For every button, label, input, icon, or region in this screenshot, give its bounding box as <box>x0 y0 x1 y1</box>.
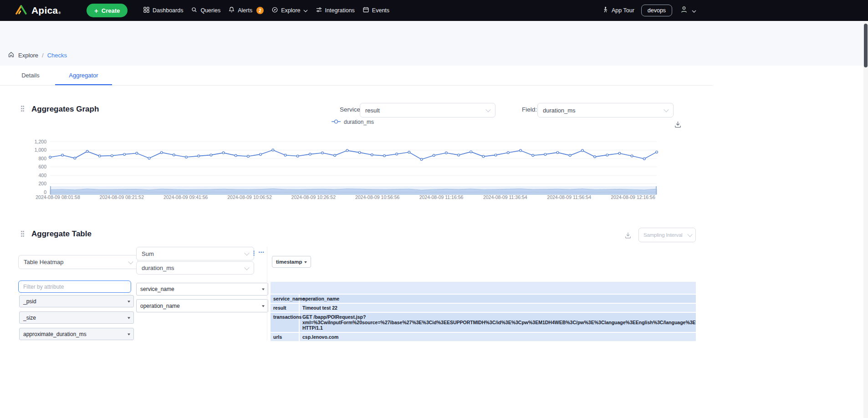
chevron-down-icon <box>244 265 249 270</box>
svg-text:2024-08-09 10:06:52: 2024-08-09 10:06:52 <box>227 194 272 200</box>
aggregates-graph-title: Aggregates Graph <box>31 105 99 114</box>
create-button[interactable]: + Create <box>87 4 128 17</box>
nav-item-events[interactable]: Events <box>363 6 389 15</box>
breadcrumb-checks[interactable]: Checks <box>47 52 67 59</box>
svg-text:1,000: 1,000 <box>35 147 46 153</box>
home-icon[interactable] <box>8 51 15 59</box>
table-row[interactable]: transactions GET /bapp/POIRequest.jsp? x… <box>270 312 696 332</box>
dropdown-arrow-icon <box>262 288 265 290</box>
table-row[interactable]: service_name operation_name <box>270 294 696 303</box>
table-cell: result <box>270 303 299 312</box>
table-row[interactable]: urls csp.lenovo.com <box>270 332 696 342</box>
more-options-icon[interactable]: ⋯ <box>258 249 264 255</box>
svg-text:2024-08-09 11:56:54: 2024-08-09 11:56:54 <box>547 194 591 200</box>
dropdown-arrow-icon <box>128 317 130 319</box>
svg-text:2024-08-09 09:41:56: 2024-08-09 09:41:56 <box>163 194 208 200</box>
svg-text:200: 200 <box>38 181 46 186</box>
service-select[interactable]: result <box>360 103 495 117</box>
chevron-down-icon <box>244 250 249 255</box>
nav-item-queries[interactable]: Queries <box>191 6 220 15</box>
nav-item-dashboards[interactable]: Dashboards <box>143 6 183 15</box>
svg-text:2024-08-09 08:01:58: 2024-08-09 08:01:58 <box>36 194 80 200</box>
aggregate-table-title: Aggregate Table <box>31 229 92 239</box>
navbar-right: App Tour devops <box>602 0 696 21</box>
download-table-icon[interactable] <box>624 232 632 241</box>
table-row[interactable]: result Timeout test 22 <box>270 303 696 312</box>
attribute-select-approx-duration[interactable]: approximate_duration_ms <box>19 328 134 340</box>
chevron-down-icon <box>485 107 490 112</box>
drag-handle-icon[interactable] <box>21 231 25 238</box>
svg-text:2024-08-09 11:16:56: 2024-08-09 11:16:56 <box>419 194 464 200</box>
table-cell: transactions <box>270 312 299 332</box>
search-icon <box>191 6 198 15</box>
aggregate-heatmap-table: service_name operation_name result Timeo… <box>270 281 697 342</box>
group-by-select-operation-name[interactable]: operation_name <box>136 299 268 312</box>
calendar-icon <box>363 6 369 15</box>
service-label: Service: <box>340 106 362 113</box>
view-type-select[interactable]: Table Heatmap <box>18 255 138 269</box>
nav-item-explore[interactable]: Explore <box>271 6 307 15</box>
table-header-cell: service_name <box>270 294 299 303</box>
user-icon <box>679 5 689 15</box>
workspace-button[interactable]: devops <box>641 5 672 16</box>
svg-text:2024-08-09 11:36:54: 2024-08-09 11:36:54 <box>483 194 527 200</box>
svg-text:800: 800 <box>38 156 46 161</box>
panel-divider <box>267 247 267 340</box>
aggregation-field-select[interactable]: duration_ms <box>136 261 254 275</box>
dropdown-arrow-icon <box>304 261 307 263</box>
dropdown-arrow-icon <box>128 333 130 335</box>
table-cell: csp.lenovo.com <box>299 332 696 342</box>
attribute-select-psid[interactable]: _psid <box>19 295 134 307</box>
breadcrumb-tabs-band: Explore / Checks Checks Timeout test 22 … <box>0 21 868 66</box>
legend-marker-icon <box>332 119 341 125</box>
active-tab-inkbar <box>55 84 112 85</box>
tab-aggregator[interactable]: Aggregator <box>55 66 112 85</box>
reorder-icon[interactable]: ⋮ <box>251 250 257 256</box>
svg-text:2024-08-09 10:56:56: 2024-08-09 10:56:56 <box>355 194 400 200</box>
table-cell: urls <box>270 332 299 342</box>
attribute-select-size[interactable]: _size <box>19 311 134 324</box>
field-select[interactable]: duration_ms <box>537 103 674 117</box>
breadcrumb-explore[interactable]: Explore <box>18 52 38 59</box>
chevron-down-icon <box>687 232 692 237</box>
app-tour-button[interactable]: App Tour <box>602 6 634 15</box>
svg-text:2024-08-09 12:16:56: 2024-08-09 12:16:56 <box>611 194 655 200</box>
group-by-select-service-name[interactable]: service_name <box>136 283 268 296</box>
chevron-down-icon <box>303 7 308 14</box>
apica-logo[interactable]: Apica® <box>15 0 61 21</box>
alerts-badge: 2 <box>256 7 264 14</box>
primary-nav: Dashboards Queries Alerts 2 <box>143 0 389 21</box>
table-cell: GET /bapp/POIRequest.jsp? xml=%3CwiInput… <box>299 312 696 332</box>
walking-person-icon <box>602 6 609 15</box>
grid-icon <box>143 6 150 15</box>
chart-legend[interactable]: duration_ms <box>332 119 374 125</box>
chevron-down-icon <box>664 107 669 112</box>
plus-icon: + <box>94 7 98 14</box>
nav-item-alerts[interactable]: Alerts 2 <box>228 6 264 15</box>
top-navbar: Apica® + Create Dashboards Queries <box>0 0 868 21</box>
drag-handle-icon[interactable] <box>21 106 25 112</box>
table-cell: Timeout test 22 <box>299 303 696 312</box>
svg-text:2024-08-09 08:21:52: 2024-08-09 08:21:52 <box>100 194 144 200</box>
breadcrumb-separator: / <box>42 52 44 59</box>
field-label: Field: <box>522 106 537 113</box>
nav-item-integrations[interactable]: Integrations <box>316 6 355 15</box>
svg-text:2024-08-09 10:26:52: 2024-08-09 10:26:52 <box>291 194 336 200</box>
aggregation-function-select[interactable]: Sum <box>136 247 254 260</box>
scrollbar-thumb[interactable] <box>864 24 868 67</box>
filter-attribute-input[interactable] <box>18 280 131 293</box>
bell-icon <box>228 6 235 15</box>
tab-details[interactable]: Details <box>11 66 50 85</box>
timestamp-column-chip[interactable]: timestamp <box>272 256 311 268</box>
download-chart-icon[interactable] <box>674 121 682 130</box>
scrollbar-track[interactable] <box>863 21 868 418</box>
dropdown-arrow-icon <box>128 301 130 302</box>
user-menu[interactable] <box>679 5 696 15</box>
aggregates-chart[interactable]: 02004006008001,0001,2002024-08-09 08:01:… <box>18 134 665 203</box>
svg-text:400: 400 <box>38 173 46 178</box>
dropdown-arrow-icon <box>262 305 265 307</box>
svg-text:1,200: 1,200 <box>35 139 46 144</box>
brand-name: Apica® <box>31 5 61 16</box>
apica-logo-mark-icon <box>15 5 27 16</box>
sampling-interval-select[interactable]: Sampling Interval <box>638 228 696 242</box>
